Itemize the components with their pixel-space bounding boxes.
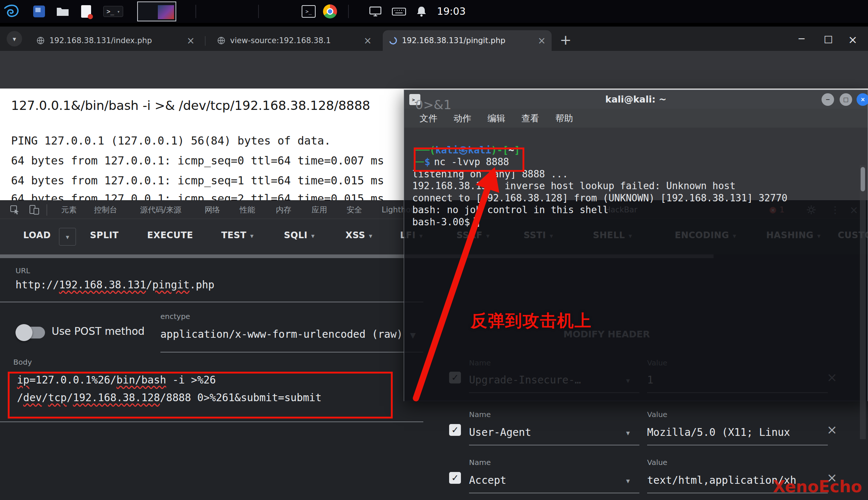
watermark: XenoEcho <box>773 477 862 496</box>
screen: >_ ▾ >_ <box>0 0 868 500</box>
annotation-label: 反弹到攻击机上 <box>471 310 592 332</box>
annotation-arrow <box>0 0 868 500</box>
